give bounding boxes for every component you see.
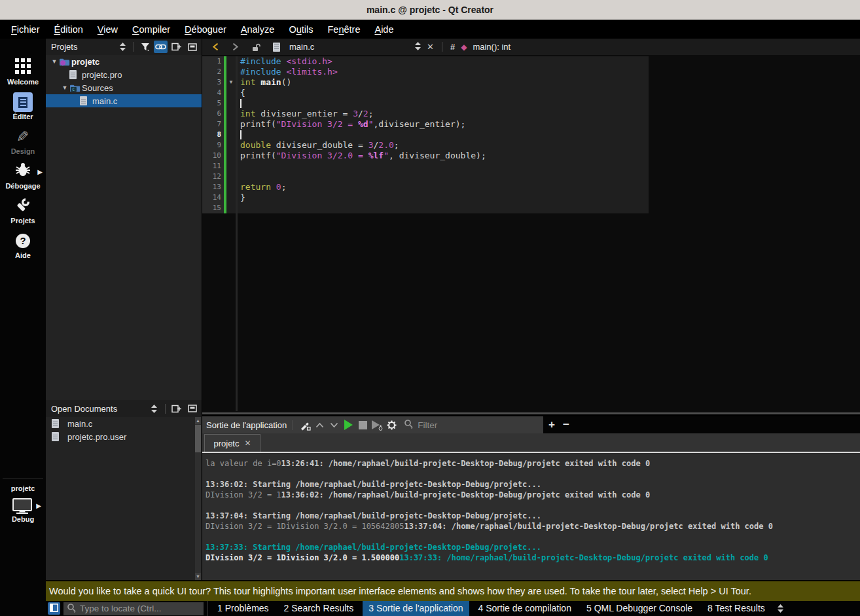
file-icon xyxy=(80,96,92,105)
mode-sidebar: Welcome Éditer ✎ Design Débogage ▶ Proje… xyxy=(0,39,46,616)
filter-tree-icon[interactable] xyxy=(138,41,152,53)
zoom-in-icon[interactable]: + xyxy=(548,416,555,433)
scrollbar[interactable]: ▲ ▼ xyxy=(195,417,201,580)
open-document-projetc-pro-user[interactable]: projetc.pro.user xyxy=(46,430,202,443)
kit-project-label: projetc xyxy=(0,484,46,492)
open-documents-title: Open Documents xyxy=(51,404,117,414)
grid-icon xyxy=(15,58,31,77)
forward-icon[interactable] xyxy=(228,41,243,54)
kit-selector[interactable]: projetc ▶ Debug xyxy=(0,479,46,523)
line-number: 2 xyxy=(202,67,224,77)
output-line xyxy=(206,500,860,511)
zoom-out-icon[interactable]: − xyxy=(563,416,569,433)
stop-icon[interactable] xyxy=(355,418,370,431)
split-panel-icon[interactable] xyxy=(170,41,183,53)
pane-button-8-test-results[interactable]: 8 Test Results xyxy=(702,601,771,616)
code-line-7[interactable]: printf("DIvision 3/2 = %d",diviseur_enti… xyxy=(240,119,465,130)
window-title: main.c @ projetc - Qt Creator xyxy=(0,0,860,20)
output-line: DIvision 3/2 = 1Division 3/2.0 = 1.50000… xyxy=(206,553,860,563)
filter-field[interactable]: Filter xyxy=(404,419,437,431)
next-item-icon[interactable] xyxy=(327,418,341,431)
editor-output-splitter[interactable] xyxy=(202,412,860,414)
previous-item-icon[interactable] xyxy=(312,418,327,431)
pane-button-3-sortie-de-l-application[interactable]: 3 Sortie de l'application xyxy=(363,601,469,616)
output-console[interactable]: la valeur de i=013:26:41: /home/raphael/… xyxy=(202,453,860,563)
locator-input[interactable]: Type to locate (Ctrl... xyxy=(63,602,204,615)
mode-projets[interactable]: Projets xyxy=(0,196,46,225)
symbol-diamond-icon: ◆ xyxy=(461,43,467,52)
code-line-6[interactable]: int diviseur_entier = 3/2; xyxy=(240,109,374,119)
current-symbol[interactable]: main(): int xyxy=(473,42,511,52)
folder-project-icon xyxy=(59,57,71,66)
close-tab-icon[interactable]: ✕ xyxy=(244,439,251,448)
scrollbar-thumb[interactable] xyxy=(195,425,201,452)
code-line-1[interactable]: #include <stdio.h> xyxy=(240,56,332,67)
tree-item-sources[interactable]: ▼CSources xyxy=(46,81,202,94)
ui-tour-info-bar: Would you like to take a quick UI tour? … xyxy=(46,581,860,601)
sync-with-editor-icon[interactable] xyxy=(154,41,168,53)
menu-fenetre[interactable]: Fenêtre xyxy=(320,24,367,35)
line-number: 3 xyxy=(202,77,224,88)
close-document-icon[interactable]: ✕ xyxy=(427,42,434,52)
line-number: 6 xyxy=(202,109,224,119)
menu-deboguer[interactable]: Déboguer xyxy=(177,24,234,35)
pane-button-2-search-results[interactable]: 2 Search Results xyxy=(278,601,360,616)
open-documents-list: main.cprojetc.pro.user ▲ ▼ xyxy=(46,417,202,580)
pane-overflow-icon[interactable] xyxy=(778,604,783,613)
tree-item-main-c[interactable]: main.c xyxy=(46,94,202,107)
menu-outils[interactable]: Outils xyxy=(281,24,320,35)
mode-editer[interactable]: Éditer xyxy=(0,92,46,120)
open-document-main-c[interactable]: main.c xyxy=(46,417,202,430)
mode-welcome[interactable]: Welcome xyxy=(0,58,46,86)
chevron-right-icon: ▶ xyxy=(37,168,43,175)
pane-button-5-qml-debugger-console[interactable]: 5 QML Debugger Console xyxy=(581,601,698,616)
output-line xyxy=(206,532,860,542)
mode-debogage[interactable]: Débogage ▶ xyxy=(0,162,46,190)
code-line-10[interactable]: printf("Division 3/2.0 = %lf", diviseur_… xyxy=(240,151,486,161)
toggle-sidebar-button[interactable] xyxy=(48,602,60,615)
close-panel-icon[interactable] xyxy=(185,403,199,415)
output-tab-projetc[interactable]: projetc ✕ xyxy=(204,434,260,452)
tree-item-projetc-pro[interactable]: projetc.pro xyxy=(46,68,202,81)
expander-icon[interactable]: ▼ xyxy=(60,84,69,91)
tree-item-projetc[interactable]: ▼projetc xyxy=(46,55,202,68)
file-icon xyxy=(269,41,283,54)
close-panel-icon[interactable] xyxy=(185,41,199,53)
code-line-14[interactable]: } xyxy=(240,192,245,203)
code-line-2[interactable]: #include <limits.h> xyxy=(240,67,338,77)
code-line-9[interactable]: double diviseur_double = 3/2.0; xyxy=(240,140,399,151)
code-line-3[interactable]: int main() xyxy=(240,77,291,88)
clear-output-icon[interactable] xyxy=(298,418,312,431)
pane-button-1-problemes[interactable]: 1 Problèmes xyxy=(211,601,275,616)
mode-aide[interactable]: ? Aide xyxy=(0,231,46,259)
menu-edition[interactable]: Édition xyxy=(47,24,90,35)
panel-combo-icon[interactable] xyxy=(147,403,161,415)
menu-view[interactable]: View xyxy=(90,24,125,35)
pane-button-4-sortie-de-compilation[interactable]: 4 Sortie de compilation xyxy=(473,601,577,616)
run-debug-icon[interactable] xyxy=(370,418,384,431)
code-line-4[interactable]: { xyxy=(240,88,245,98)
document-dropdown-icon[interactable] xyxy=(415,42,421,52)
kit-target-button[interactable]: ▶ xyxy=(0,497,46,515)
status-bar: Type to locate (Ctrl... 1 Problèmes2 Sea… xyxy=(46,601,860,616)
scroll-up-icon[interactable]: ▲ xyxy=(195,417,201,424)
menu-fichier[interactable]: Fichier xyxy=(4,24,47,35)
open-file-name[interactable]: main.c xyxy=(289,42,314,52)
run-icon[interactable] xyxy=(341,418,355,431)
symbols-icon[interactable]: # xyxy=(450,42,455,52)
fold-marker-icon[interactable]: ▼ xyxy=(228,79,234,85)
expander-icon[interactable]: ▼ xyxy=(50,58,59,65)
menu-analyze[interactable]: Analyze xyxy=(234,24,282,35)
settings-gear-icon[interactable] xyxy=(384,418,399,431)
line-number-gutter: 123456789101112131415 xyxy=(202,56,224,213)
output-pane-buttons: 1 Problèmes2 Search Results3 Sortie de l… xyxy=(208,601,771,616)
back-icon[interactable] xyxy=(208,41,223,54)
menu-aide[interactable]: Aide xyxy=(367,24,401,35)
menu-compiler[interactable]: Compiler xyxy=(125,24,177,35)
code-editor[interactable]: 123456789101112131415 ▼ #include <stdio.… xyxy=(202,55,860,412)
panel-combo-icon[interactable] xyxy=(116,41,130,53)
scroll-down-icon[interactable]: ▼ xyxy=(195,573,201,580)
split-panel-icon[interactable] xyxy=(170,403,183,415)
unlock-icon xyxy=(249,41,263,54)
code-line-13[interactable]: return 0; xyxy=(240,182,286,192)
